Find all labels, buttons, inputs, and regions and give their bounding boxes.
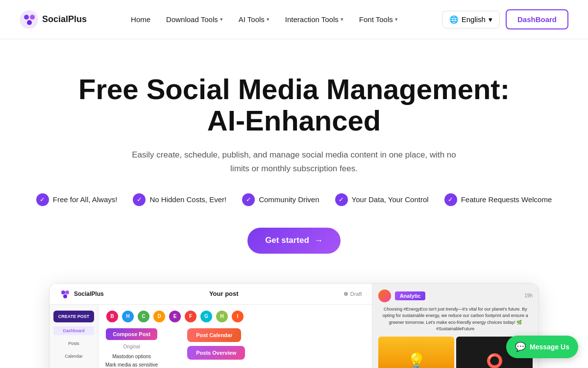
svg-point-3: [27, 20, 32, 25]
compose-post-tag: Compose Post: [106, 328, 157, 340]
feature-item-5: ✓ Feature Requests Welcome: [444, 193, 552, 206]
brand-name: SocialPlus: [42, 14, 87, 25]
feature-item-1: ✓ Free for All, Always!: [36, 193, 118, 206]
check-icon: ✓: [133, 193, 146, 206]
avatar: H: [215, 310, 229, 323]
mockup-logo: SocialPlus: [59, 289, 104, 299]
feature-label-5: Feature Requests Welcome: [461, 195, 552, 204]
avatar: H: [121, 310, 135, 323]
sidebar-posts[interactable]: Posts: [53, 339, 94, 348]
logo-icon: [20, 10, 38, 29]
sidebar-calendar[interactable]: Calendar: [53, 352, 94, 361]
hero-section: Free Social Media Management: AI-Enhance…: [0, 39, 588, 368]
ring-icon: ⭕: [486, 353, 503, 368]
logo-link[interactable]: SocialPlus: [20, 10, 87, 29]
feature-item-3: ✓ Community Driven: [242, 193, 319, 206]
draft-dot: [344, 292, 348, 296]
check-icon: ✓: [335, 193, 348, 206]
get-started-button[interactable]: Get started →: [247, 228, 341, 254]
your-post-label: Your post: [209, 290, 239, 297]
feature-label-3: Community Driven: [259, 195, 319, 204]
nav-download-tools[interactable]: Download Tools ▾: [159, 11, 230, 27]
avatar: E: [168, 310, 182, 323]
chevron-down-icon: ▾: [341, 16, 343, 23]
sidebar-dashboard[interactable]: Dashboard: [53, 326, 94, 335]
hero-title: Free Social Media Management: AI-Enhance…: [74, 74, 514, 136]
arrow-right-icon: →: [314, 236, 323, 246]
create-post-button[interactable]: CREATE POST: [53, 311, 94, 322]
analytic-avatar: [378, 289, 391, 302]
mockup-main: B H C D E F G H I Compose Post Original: [98, 305, 372, 368]
analytic-label: Analytic: [395, 291, 426, 300]
analytic-time: 19h: [524, 293, 533, 298]
dashboard-button[interactable]: DashBoard: [506, 9, 568, 29]
mockup-logo-icon: [59, 289, 70, 299]
analytic-header: Analytic 19h: [378, 289, 533, 302]
avatar: D: [152, 310, 166, 323]
hero-subtitle: Easily create, schedule, publish, and ma…: [127, 148, 461, 176]
mastodon-option: Mastodon options: [105, 352, 158, 361]
whatsapp-icon: 💬: [515, 342, 526, 352]
features-row: ✓ Free for All, Always! ✓ No Hidden Cost…: [36, 193, 552, 206]
nav-ai-tools[interactable]: AI Tools ▾: [232, 11, 276, 27]
posts-overview-button[interactable]: Posts Overview: [187, 346, 245, 360]
nav-links: Home Download Tools ▾ AI Tools ▾ Interac…: [124, 11, 405, 27]
avatar: F: [184, 310, 197, 323]
post-calendar-button[interactable]: Post Calendar: [187, 328, 241, 342]
nav-home[interactable]: Home: [124, 11, 157, 27]
feature-label-4: Your Data, Your Control: [352, 195, 429, 204]
chevron-down-icon: ▾: [220, 16, 223, 23]
svg-point-5: [65, 290, 69, 294]
check-icon: ✓: [242, 193, 255, 206]
svg-point-0: [20, 10, 38, 29]
nav-font-tools[interactable]: Font Tools ▾: [352, 11, 405, 27]
svg-point-2: [30, 15, 35, 20]
chevron-down-icon: ▾: [489, 15, 492, 24]
feature-label-2: No Hidden Costs, Ever!: [149, 195, 226, 204]
check-icon: ✓: [36, 193, 49, 206]
bulb-icon: 💡: [407, 352, 426, 368]
analytic-text: Choosing #EnergyEco isn't just trendy—it…: [378, 306, 533, 333]
avatars-row: B H C D E F G H I: [105, 310, 365, 323]
avatar: C: [137, 310, 150, 323]
avatar: I: [231, 310, 245, 323]
chevron-down-icon: ▾: [395, 16, 398, 23]
app-mockup: SocialPlus Your post Draft CREATE POST D…: [49, 283, 539, 368]
svg-point-4: [61, 290, 65, 294]
chevron-down-icon: ▾: [267, 16, 270, 23]
nav-right: 🌐 English ▾ DashBoard: [442, 9, 568, 29]
mockup-header: SocialPlus Your post Draft: [49, 284, 372, 305]
navbar: SocialPlus Home Download Tools ▾ AI Tool…: [0, 0, 588, 39]
mockup-sidebar: CREATE POST Dashboard Posts Calendar: [49, 305, 98, 368]
feature-item-4: ✓ Your Data, Your Control: [335, 193, 429, 206]
draft-badge: Draft: [344, 291, 362, 297]
nav-interaction-tools[interactable]: Interaction Tools ▾: [278, 11, 350, 27]
mark-media-option: Mark media as sensitive: [105, 361, 158, 368]
avatar: B: [105, 310, 119, 323]
feature-item-2: ✓ No Hidden Costs, Ever!: [133, 193, 226, 206]
mockup-brand-name: SocialPlus: [74, 290, 104, 297]
svg-point-6: [63, 294, 67, 298]
mockup-body: CREATE POST Dashboard Posts Calendar B H…: [49, 305, 372, 368]
message-us-button[interactable]: 💬 Message Us: [506, 336, 578, 358]
mockup-left-panel: SocialPlus Your post Draft CREATE POST D…: [49, 284, 372, 368]
check-icon: ✓: [444, 193, 457, 206]
avatar: G: [199, 310, 213, 323]
svg-point-1: [24, 15, 29, 20]
light-bulb-image: 💡: [378, 337, 455, 368]
original-label: Original: [105, 344, 158, 349]
globe-icon: 🌐: [449, 15, 459, 24]
language-selector[interactable]: 🌐 English ▾: [442, 11, 500, 28]
feature-label-1: Free for All, Always!: [53, 195, 118, 204]
